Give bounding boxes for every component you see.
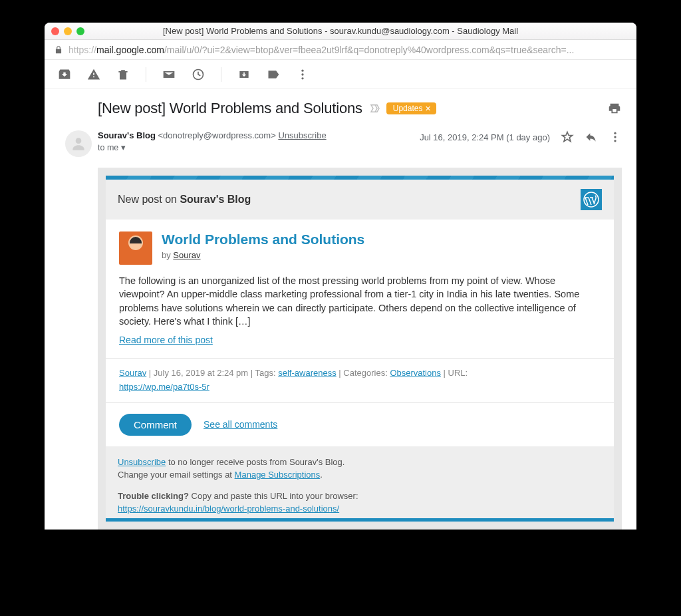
- action-row: Comment See all comments: [106, 403, 614, 446]
- meta-category-link[interactable]: Observations: [390, 368, 441, 378]
- reply-icon[interactable]: [585, 130, 598, 144]
- post-title: World Problems and Solutions: [162, 231, 364, 247]
- subject-row: [New post] World Problems and Solutions …: [45, 89, 636, 121]
- fullscreen-window-button[interactable]: [76, 27, 84, 35]
- trash-icon[interactable]: [116, 68, 130, 81]
- svg-point-3: [301, 77, 303, 79]
- see-all-comments-link[interactable]: See all comments: [204, 419, 277, 430]
- full-url-link[interactable]: https://souravkundu.in/blog/world-proble…: [118, 504, 339, 514]
- traffic-lights: [51, 27, 84, 35]
- move-to-icon[interactable]: [237, 68, 251, 81]
- svg-point-4: [76, 138, 82, 144]
- post-title-link[interactable]: World Problems and Solutions: [162, 231, 364, 247]
- author-avatar: [119, 231, 152, 265]
- labels-icon[interactable]: [267, 68, 280, 81]
- app-window: [New post] World Problems and Solutions …: [45, 23, 636, 530]
- wp-header-label: New post on Sourav's Blog: [118, 194, 251, 206]
- header-right: Jul 16, 2019, 2:24 PM (1 day ago): [420, 130, 622, 144]
- wordpress-logo-icon: [581, 189, 602, 210]
- snooze-icon[interactable]: [192, 68, 205, 81]
- importance-marker-icon[interactable]: [369, 102, 381, 114]
- separator: [146, 67, 146, 82]
- unsubscribe-link[interactable]: Unsubscribe: [278, 130, 326, 140]
- post-head: World Problems and Solutions by Sourav: [119, 231, 601, 265]
- avatar-column: [59, 130, 98, 157]
- manage-subscriptions-link[interactable]: Manage Subscriptions: [235, 470, 321, 480]
- wp-content: World Problems and Solutions by Sourav T…: [106, 220, 614, 358]
- star-icon[interactable]: [561, 130, 574, 144]
- archive-icon[interactable]: [58, 68, 71, 81]
- svg-point-6: [614, 136, 616, 138]
- print-icon[interactable]: [607, 101, 622, 116]
- svg-point-1: [301, 69, 303, 71]
- label-text: Updates: [393, 104, 423, 113]
- wp-header: New post on Sourav's Blog: [106, 176, 614, 220]
- wp-meta: Sourav | July 16, 2019 at 2:24 pm | Tags…: [106, 358, 614, 403]
- close-window-button[interactable]: [51, 27, 59, 35]
- gmail-toolbar: [45, 60, 636, 89]
- lock-icon: [54, 45, 63, 55]
- svg-point-2: [301, 73, 303, 75]
- wp-footer: Unsubscribe to no longer receive posts f…: [106, 446, 614, 522]
- more-icon[interactable]: [296, 68, 309, 81]
- to-line[interactable]: to me ▾: [98, 142, 126, 152]
- title-bar: [New post] World Problems and Solutions …: [45, 23, 636, 40]
- footer-unsubscribe-link[interactable]: Unsubscribe: [118, 457, 166, 467]
- author-link[interactable]: Sourav: [173, 250, 200, 260]
- meta-author-link[interactable]: Sourav: [119, 368, 146, 378]
- read-more-link[interactable]: Read more of this post: [119, 335, 213, 345]
- email-body: New post on Sourav's Blog World Problems…: [98, 168, 622, 530]
- url-bar[interactable]: https://mail.google.com/mail/u/0/?ui=2&v…: [45, 40, 636, 60]
- mark-unread-icon[interactable]: [162, 68, 176, 81]
- message-more-icon[interactable]: [609, 130, 622, 144]
- wordpress-card: New post on Sourav's Blog World Problems…: [106, 176, 614, 522]
- subject-text: [New post] World Problems and Solutions: [98, 100, 362, 117]
- sender-avatar[interactable]: [65, 130, 92, 157]
- svg-point-5: [614, 132, 616, 134]
- category-label[interactable]: Updates ✕: [386, 102, 437, 114]
- meta-shorturl-link[interactable]: https://wp.me/pa7t0s-5r: [119, 382, 209, 392]
- byline: by Sourav: [162, 250, 364, 260]
- url-text: https://mail.google.com/mail/u/0/?ui=2&v…: [68, 45, 627, 55]
- sender-name: Sourav's Blog: [98, 130, 156, 140]
- from-main: Sourav's Blog <donotreply@wordpress.com>…: [98, 130, 420, 153]
- message-date: Jul 16, 2019, 2:24 PM (1 day ago): [420, 132, 550, 142]
- remove-label-icon[interactable]: ✕: [425, 104, 431, 113]
- minimize-window-button[interactable]: [64, 27, 72, 35]
- sender-email: <donotreply@wordpress.com>: [158, 130, 276, 140]
- expand-details-icon[interactable]: ▾: [121, 142, 126, 152]
- separator: [221, 67, 221, 82]
- comment-button[interactable]: Comment: [119, 414, 192, 436]
- post-excerpt: The following is an unorganized list of …: [119, 274, 601, 328]
- meta-tag-link[interactable]: self-awareness: [278, 368, 336, 378]
- window-title: [New post] World Problems and Solutions …: [45, 26, 636, 36]
- from-line: Sourav's Blog <donotreply@wordpress.com>…: [98, 130, 420, 140]
- message-header: Sourav's Blog <donotreply@wordpress.com>…: [45, 121, 636, 162]
- to-text: to me: [98, 143, 118, 152]
- spam-icon[interactable]: [87, 68, 100, 81]
- svg-point-7: [614, 140, 616, 142]
